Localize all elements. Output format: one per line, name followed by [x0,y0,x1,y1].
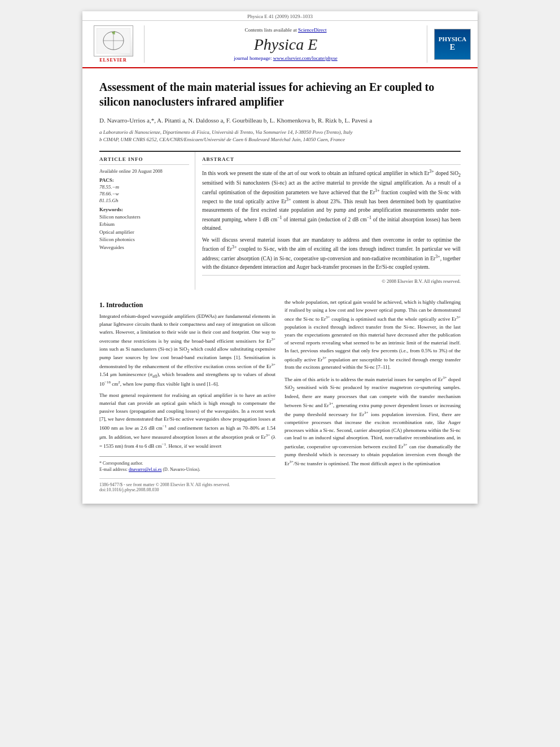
keywords-label: Keywords: [99,207,189,212]
section1-para-2: The most general requirement for realisi… [99,392,275,451]
svg-text:🌿: 🌿 [112,31,116,35]
available-online: Available online 20 August 2008 [99,168,189,174]
keyword-1: Silicon nanoclusters [99,213,189,221]
bottom-issn: 1386-9477/$ - see front matter © 2008 El… [99,482,230,487]
abstract-section: ABSTRACT In this work we present the sta… [195,152,461,290]
keyword-4: Silicon photonics [99,236,189,244]
physica-logo: PHYSICAE [427,25,472,63]
journal-homepage-link[interactable]: www.elsevier.com/locate/physe [273,55,338,61]
keywords-list: Silicon nanoclusters Erbium Optical ampl… [99,213,189,252]
journal-page: Physica E 41 (2009) 1029–1033 🌿 ELSEVIER… [82,11,478,504]
physica-logo-image: PHYSICAE [434,29,471,60]
keyword-3: Optical amplifier [99,229,189,237]
journal-center: Contents lists available at ScienceDirec… [150,25,421,63]
pacs-value-3: 81.15.Gh [99,198,189,203]
journal-header: 🌿 ELSEVIER Contents lists available at S… [82,21,478,68]
elsevier-brand-text: ELSEVIER [99,58,126,63]
article-info-label: ARTICLE INFO [99,156,189,165]
section1-col2-para-2: The aim of this article is to address th… [285,375,461,468]
elsevier-logo-image: 🌿 [94,25,133,56]
affiliation-a: a Laboratorio di Nanoscienze, Dipartimen… [99,129,461,137]
keyword-2: Erbium [99,221,189,229]
abstract-text: In this work we present the state of the… [202,168,461,285]
authors: D. Navarro-Urrios a,*, A. Pitanti a, N. … [99,116,461,125]
journal-name: Physica E [254,36,318,54]
sciencedirect-line: Contents lists available at ScienceDirec… [245,27,327,33]
abstract-para-1: In this work we present the state of the… [202,168,461,233]
article-info: ARTICLE INFO Available online 20 August … [99,152,195,290]
abstract-label: ABSTRACT [202,156,461,165]
article-title: Assessment of the main material issues f… [99,80,461,109]
bottom-info: 1386-9477/$ - see front matter © 2008 El… [99,478,275,487]
two-col-section: 1. Introduction Integrated erbium-doped … [99,299,461,492]
affiliation-b: b CIMAP, UMR CNRS 6252, CEA/CNRS/Ensicae… [99,136,461,144]
col-left: 1. Introduction Integrated erbium-doped … [99,299,275,492]
affiliations: a Laboratorio di Nanoscienze, Dipartimen… [99,129,461,144]
journal-ref-line: Physica E 41 (2009) 1029–1033 [82,11,478,21]
section1-col2-para-1: the whole population, net optical gain w… [285,299,461,372]
article-body: Assessment of the main material issues f… [82,68,478,504]
footnote-area: * Corresponding author. E-mail address: … [99,456,275,473]
elsevier-logo: 🌿 ELSEVIER [88,25,145,63]
pacs-value-2: 78.66.−w [99,191,189,196]
footnote-email: E-mail address: dnavarro@el.ui.es (D. Na… [99,466,275,473]
journal-ref-text: Physica E 41 (2009) 1029–1033 [247,14,313,19]
section1-para-1: Integrated erbium-doped waveguide amplif… [99,313,275,388]
sciencedirect-link[interactable]: ScienceDirect [298,27,326,33]
keyword-5: Waveguides [99,244,189,252]
col-right: the whole population, net optical gain w… [285,299,461,492]
pacs-label: PACS: [99,177,189,183]
journal-homepage: journal homepage: www.elsevier.com/locat… [234,55,337,61]
section1-title: 1. Introduction [99,301,275,309]
info-abstract-row: ARTICLE INFO Available online 20 August … [99,151,461,290]
bottom-doi: doi:10.1016/j.physe.2008.08.030 [99,487,275,492]
footnote-corresponding: * Corresponding author. [99,460,275,466]
pacs-value-1: 78.55.−m [99,184,189,190]
copyright-line: © 2008 Elsevier B.V. All rights reserved… [202,275,461,285]
abstract-para-2: We will discuss several material issues … [202,236,461,272]
